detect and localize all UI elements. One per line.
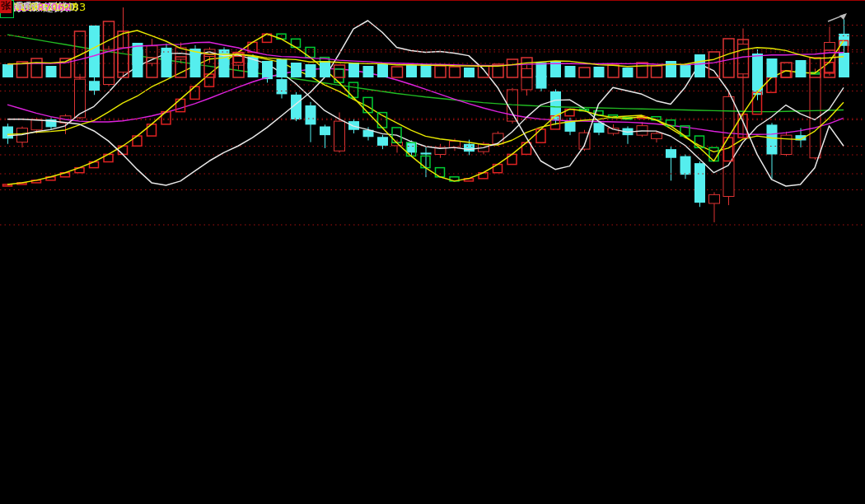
volume-panel-header: ▾ VOL-TDX(5,10) VVOL: 75883 VOLUME: 7588… bbox=[0, 0, 865, 16]
rise-event-marker: 张 bbox=[0, 0, 12, 13]
tdx-chart-window: 国药一致(日线) ▾ MA5: 29.98 MA10: 30.06 MA20: … bbox=[0, 0, 865, 504]
high-annotation-arrow-icon bbox=[827, 11, 850, 24]
